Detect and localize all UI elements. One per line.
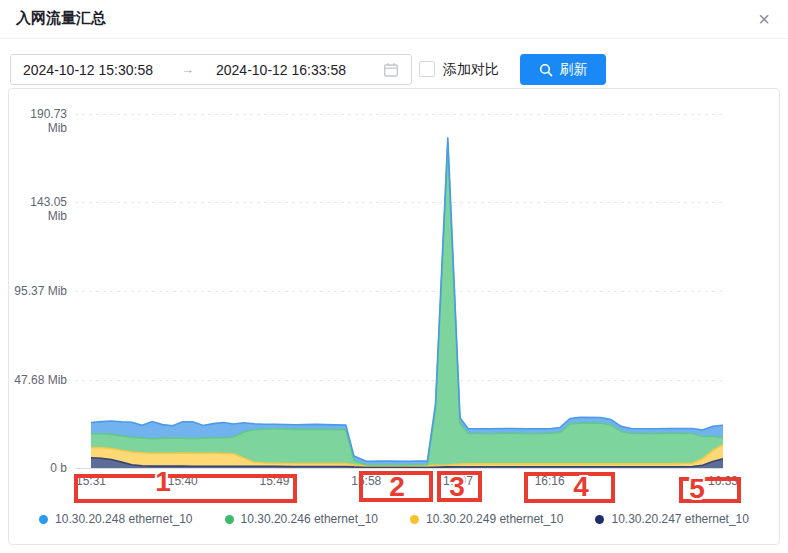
y-axis-label: 0 b bbox=[9, 461, 67, 475]
legend-label: 10.30.20.247 ethernet_10 bbox=[611, 512, 748, 526]
legend-item[interactable]: 10.30.20.248 ethernet_10 bbox=[39, 512, 192, 526]
annotation-box-4 bbox=[524, 472, 615, 503]
annotation-number-3: 3 bbox=[449, 471, 465, 503]
refresh-button[interactable]: 刷新 bbox=[520, 54, 606, 85]
y-axis-label: 47.68 Mib bbox=[9, 373, 67, 387]
y-axis-label: 190.73 Mib bbox=[9, 107, 67, 135]
legend-item[interactable]: 10.30.20.247 ethernet_10 bbox=[595, 512, 748, 526]
legend-label: 10.30.20.248 ethernet_10 bbox=[55, 512, 192, 526]
legend-label: 10.30.20.246 ethernet_10 bbox=[241, 512, 378, 526]
date-end-value[interactable]: 2024-10-12 16:33:58 bbox=[216, 62, 346, 78]
header-divider bbox=[0, 38, 788, 39]
annotation-number-1: 1 bbox=[155, 466, 171, 498]
annotation-box-1 bbox=[74, 474, 297, 503]
annotation-number-5: 5 bbox=[689, 473, 705, 505]
legend-dot-icon bbox=[595, 515, 604, 524]
compare-checkbox[interactable] bbox=[419, 61, 435, 77]
legend-item[interactable]: 10.30.20.246 ethernet_10 bbox=[225, 512, 378, 526]
search-icon bbox=[539, 63, 553, 77]
close-icon[interactable]: × bbox=[758, 7, 770, 31]
area-series-10-30-20-246-ethernet-10 bbox=[91, 146, 723, 466]
chart-legend: 10.30.20.248 ethernet_1010.30.20.246 eth… bbox=[9, 512, 779, 526]
annotation-number-4: 4 bbox=[573, 471, 589, 503]
legend-dot-icon bbox=[39, 515, 48, 524]
refresh-button-label: 刷新 bbox=[560, 61, 588, 79]
area-series-10-30-20-248-ethernet-10 bbox=[91, 137, 723, 465]
stacked-area-chart[interactable] bbox=[75, 114, 723, 470]
compare-checkbox-label: 添加对比 bbox=[443, 61, 499, 79]
legend-item[interactable]: 10.30.20.249 ethernet_10 bbox=[410, 512, 563, 526]
legend-dot-icon bbox=[225, 515, 234, 524]
legend-dot-icon bbox=[410, 515, 419, 524]
date-range-picker[interactable]: 2024-10-12 15:30:58 → 2024-10-12 16:33:5… bbox=[10, 54, 412, 85]
page-title: 入网流量汇总 bbox=[16, 9, 106, 28]
date-start-value[interactable]: 2024-10-12 15:30:58 bbox=[23, 62, 153, 78]
traffic-summary-dialog: 入网流量汇总 × 2024-10-12 15:30:58 → 2024-10-1… bbox=[0, 0, 788, 553]
legend-label: 10.30.20.249 ethernet_10 bbox=[426, 512, 563, 526]
line-series-10-30-20-248-ethernet-10 bbox=[91, 137, 723, 461]
y-axis-label: 95.37 Mib bbox=[9, 284, 67, 298]
line-series-10-30-20-246-ethernet-10 bbox=[91, 146, 723, 465]
y-axis-label: 143.05 Mib bbox=[9, 195, 67, 223]
date-range-arrow-icon: → bbox=[181, 62, 194, 77]
annotation-number-2: 2 bbox=[389, 471, 405, 503]
calendar-icon bbox=[383, 62, 399, 78]
